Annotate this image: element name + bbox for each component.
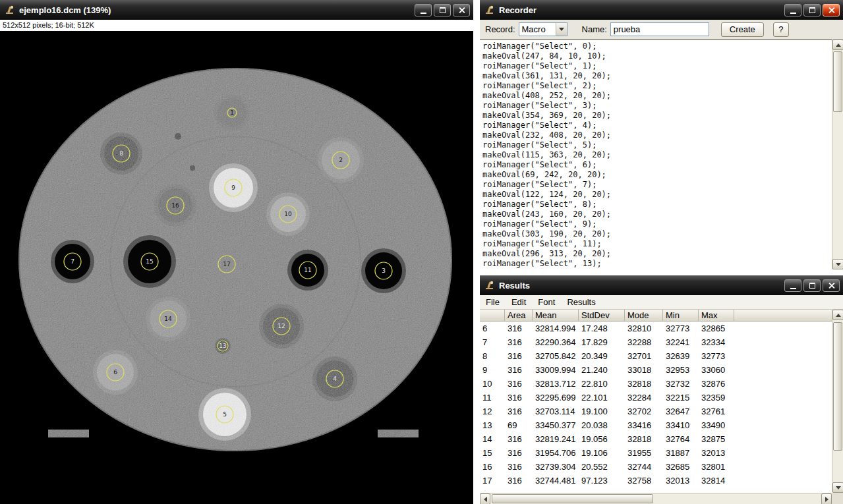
table-cell: 32773 [699,349,734,363]
table-row[interactable]: 1431632819.24119.056328183276432875 [480,432,832,446]
maximize-button[interactable] [803,4,821,16]
scroll-down-button[interactable] [832,482,843,493]
table-cell: 22.101 [579,391,625,405]
macro-line: makeOval(361, 131, 20, 20); [482,71,832,81]
table-row[interactable]: 1131632295.69922.101322843221532359 [480,391,832,405]
column-header[interactable]: Mean [533,310,579,321]
table-cell: 19.056 [579,432,625,446]
minimize-button[interactable] [784,279,801,292]
minimize-icon [790,13,796,14]
table-row[interactable]: 1031632813.71222.810328183273232876 [480,377,832,391]
recorder-vertical-scrollbar[interactable] [832,40,843,269]
close-button[interactable] [453,4,470,16]
scrollbar-thumb[interactable] [492,494,653,503]
table-cell: 32758 [625,474,663,488]
table-cell: 32875 [699,432,734,446]
table-cell: 32814 [699,474,734,488]
table-cell: 32702 [625,405,663,418]
table-cell: 33450.377 [533,418,579,432]
table-cell: 32241 [663,335,699,349]
results-horizontal-scrollbar[interactable] [480,493,832,504]
maximize-button[interactable] [434,4,451,16]
table-cell: 32359 [699,391,734,405]
table-cell: 316 [505,474,533,488]
results-titlebar[interactable]: Results [480,275,843,295]
table-row[interactable]: 1531631954.70619.106319553188732013 [480,446,832,460]
macro-line: makeOval(408, 252, 20, 20); [482,91,832,101]
roi-label: 1 [230,109,234,116]
table-cell: 32334 [699,335,734,349]
column-header[interactable] [480,310,505,321]
column-header[interactable]: StdDev [579,310,625,321]
scroll-down-button[interactable] [832,259,843,269]
table-cell: 32814.994 [533,322,579,335]
imagej-icon [484,5,495,15]
image-canvas[interactable]: 1829161071517113141213645 [0,31,473,504]
table-cell: 7 [480,335,505,349]
table-row[interactable]: 1231632703.11419.100327023264732761 [480,405,832,418]
scrollbar-thumb[interactable] [833,322,842,451]
scroll-up-button[interactable] [832,310,843,320]
menu-file[interactable]: File [480,295,506,309]
table-row[interactable]: 931633009.99421.240330183295333060 [480,363,832,377]
roi-label: 5 [223,411,227,418]
column-header[interactable]: Area [505,310,533,321]
maximize-icon [809,7,815,13]
table-cell: 32953 [663,363,699,377]
phantom-marker-dot [190,165,195,171]
table-cell: 32288 [625,335,663,349]
table-cell: 17.829 [579,335,625,349]
table-row[interactable]: 831632705.84220.349327013263932773 [480,349,832,363]
name-label: Name: [582,24,607,34]
macro-line: roiManager("Select", 4); [482,121,832,130]
table-cell: 32685 [663,460,699,474]
table-row[interactable]: 1631632739.30420.552327443268532801 [480,460,832,474]
create-button[interactable]: Create [721,22,764,37]
name-input[interactable] [610,22,709,36]
minimize-button[interactable] [784,4,801,16]
column-header[interactable]: Mode [625,310,663,321]
scroll-left-button[interactable] [480,493,490,504]
table-cell: 31887 [663,446,699,460]
table-cell: 17.248 [579,322,625,335]
table-row[interactable]: 136933450.37720.038334163341033490 [480,418,832,432]
menu-edit[interactable]: Edit [506,295,532,309]
close-button[interactable] [823,279,840,292]
macro-text[interactable]: roiManager("Select", 0);makeOval(247, 84… [480,40,832,269]
menu-font[interactable]: Font [532,295,561,309]
macro-line: makeOval(354, 369, 20, 20); [482,111,832,121]
table-cell: 316 [505,432,533,446]
scroll-up-button[interactable] [832,40,843,50]
roi-label: 11 [304,267,311,273]
image-window: ejemplo16.dcm (139%) 512x512 pixels; 16-… [0,0,473,504]
close-button[interactable] [823,4,840,16]
table-cell: 32013 [699,446,734,460]
combo-arrow-box[interactable] [556,23,567,36]
macro-line: roiManager("Select", 8); [482,200,832,210]
help-button[interactable]: ? [773,22,789,37]
scroll-right-button[interactable] [821,493,832,504]
table-cell: 32647 [663,405,699,418]
record-mode-select[interactable]: Macro [519,22,567,36]
table-cell: 9 [480,363,505,377]
close-icon [828,7,835,14]
results-table: AreaMeanStdDevModeMinMax 631632814.99417… [480,310,832,493]
minimize-button[interactable] [415,4,432,16]
table-row[interactable]: 631632814.99417.248328103277332865 [480,322,832,335]
recorder-window: Recorder Record: Macro Name: Create ? ro… [480,0,843,269]
recorder-titlebar[interactable]: Recorder [480,0,843,20]
column-header[interactable]: Min [663,310,699,321]
maximize-button[interactable] [803,279,821,292]
image-window-titlebar[interactable]: ejemplo16.dcm (139%) [0,0,473,20]
table-row[interactable]: 1731632744.48197.123327583201332814 [480,474,832,488]
table-cell: 97.123 [579,474,625,488]
maximize-icon [809,283,815,289]
table-row[interactable]: 731632290.36417.829322883224132334 [480,335,832,349]
arrow-down-icon [836,263,841,266]
scrollbar-thumb[interactable] [833,51,842,112]
results-vertical-scrollbar[interactable] [832,310,843,493]
table-cell: 316 [505,335,533,349]
column-header[interactable]: Max [699,310,734,321]
menu-results[interactable]: Results [561,295,601,309]
table-cell: 33060 [699,363,734,377]
